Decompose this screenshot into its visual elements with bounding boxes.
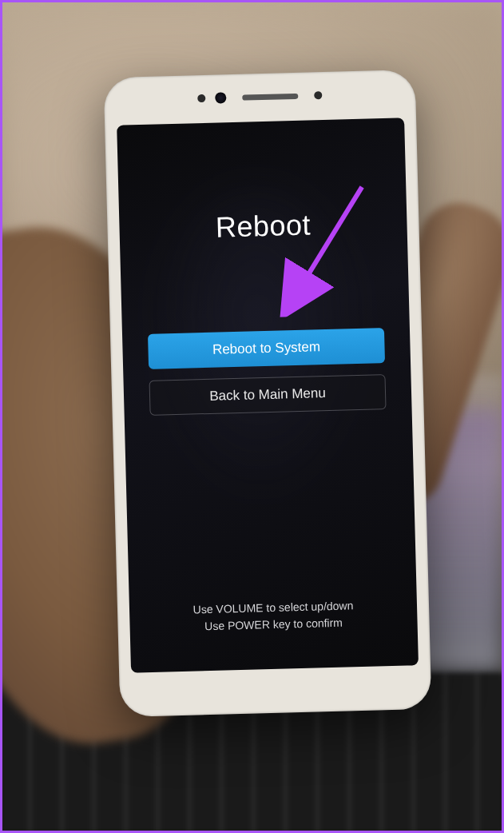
phone-top-sensors [197,90,322,104]
light-sensor-icon [314,91,322,99]
recovery-menu: Reboot to System Back to Main Menu [122,327,412,416]
front-camera-icon [215,92,226,103]
usage-instructions: Use VOLUME to select up/down Use POWER k… [129,596,418,636]
phone-recovery-screen: Reboot Reboot to System Back to Main Men… [117,118,419,672]
proximity-sensor-icon [197,94,205,102]
back-to-main-menu-label: Back to Main Menu [209,385,326,405]
earpiece-speaker-icon [242,93,298,100]
back-to-main-menu-button[interactable]: Back to Main Menu [149,374,387,416]
screen-title: Reboot [215,209,311,245]
phone-body: Reboot Reboot to System Back to Main Men… [104,70,432,717]
reboot-to-system-button[interactable]: Reboot to System [148,328,385,369]
reboot-to-system-label: Reboot to System [212,339,321,358]
